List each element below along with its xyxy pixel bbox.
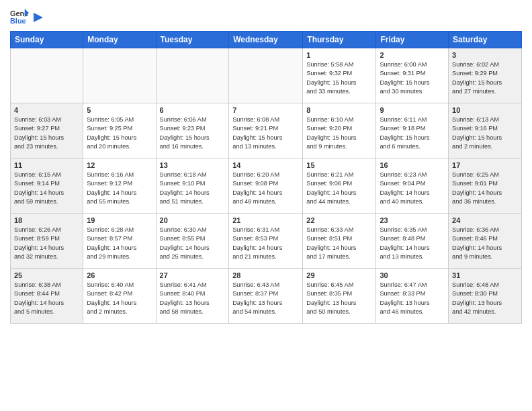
calendar-cell: 19Sunrise: 6:28 AM Sunset: 8:57 PM Dayli…	[83, 214, 156, 269]
day-info: Sunrise: 6:35 AM Sunset: 8:48 PM Dayligh…	[380, 226, 445, 261]
calendar-cell	[229, 48, 303, 103]
day-number: 13	[160, 161, 226, 169]
calendar-cell	[11, 48, 83, 103]
day-number: 16	[380, 161, 445, 169]
day-number: 12	[87, 161, 152, 169]
day-info: Sunrise: 6:11 AM Sunset: 9:18 PM Dayligh…	[380, 116, 445, 151]
day-info: Sunrise: 5:58 AM Sunset: 9:32 PM Dayligh…	[306, 60, 372, 96]
day-info: Sunrise: 6:02 AM Sunset: 9:29 PM Dayligh…	[452, 60, 518, 96]
day-number: 29	[306, 271, 372, 279]
calendar-cell: 10Sunrise: 6:13 AM Sunset: 9:16 PM Dayli…	[449, 103, 522, 158]
calendar-week-1: 1Sunrise: 5:58 AM Sunset: 9:32 PM Daylig…	[11, 48, 522, 103]
calendar-cell: 2Sunrise: 6:00 AM Sunset: 9:31 PM Daylig…	[376, 48, 449, 103]
logo: General Blue	[10, 7, 44, 26]
calendar-week-2: 4Sunrise: 6:03 AM Sunset: 9:27 PM Daylig…	[11, 103, 522, 158]
day-number: 3	[452, 51, 518, 59]
page: General Blue SundayMondayTuesdayWed	[0, 0, 532, 411]
day-info: Sunrise: 6:00 AM Sunset: 9:31 PM Dayligh…	[380, 60, 445, 96]
calendar-cell: 9Sunrise: 6:11 AM Sunset: 9:18 PM Daylig…	[376, 103, 449, 158]
day-info: Sunrise: 6:43 AM Sunset: 8:37 PM Dayligh…	[232, 281, 299, 316]
calendar-week-5: 25Sunrise: 6:38 AM Sunset: 8:44 PM Dayli…	[11, 269, 522, 324]
calendar-cell: 21Sunrise: 6:31 AM Sunset: 8:53 PM Dayli…	[229, 214, 303, 269]
day-number: 10	[452, 106, 518, 114]
day-number: 19	[87, 216, 152, 224]
svg-text:Blue: Blue	[10, 17, 26, 25]
calendar-cell: 12Sunrise: 6:16 AM Sunset: 9:12 PM Dayli…	[83, 158, 156, 214]
day-info: Sunrise: 6:20 AM Sunset: 9:08 PM Dayligh…	[232, 171, 299, 206]
day-number: 11	[14, 161, 79, 169]
day-info: Sunrise: 6:21 AM Sunset: 9:06 PM Dayligh…	[306, 171, 372, 206]
header: General Blue	[10, 7, 522, 26]
day-info: Sunrise: 6:38 AM Sunset: 8:44 PM Dayligh…	[14, 281, 79, 316]
logo-triangle-icon	[31, 11, 43, 24]
day-number: 6	[160, 106, 226, 114]
day-number: 15	[306, 161, 372, 169]
day-info: Sunrise: 6:45 AM Sunset: 8:35 PM Dayligh…	[306, 281, 372, 316]
day-number: 30	[380, 271, 445, 279]
calendar-cell: 30Sunrise: 6:47 AM Sunset: 8:33 PM Dayli…	[376, 269, 449, 324]
day-info: Sunrise: 6:05 AM Sunset: 9:25 PM Dayligh…	[87, 116, 152, 151]
calendar-header-thursday: Thursday	[303, 32, 376, 48]
day-info: Sunrise: 6:41 AM Sunset: 8:40 PM Dayligh…	[160, 281, 226, 316]
day-info: Sunrise: 6:33 AM Sunset: 8:51 PM Dayligh…	[306, 226, 372, 261]
day-info: Sunrise: 6:25 AM Sunset: 9:01 PM Dayligh…	[452, 171, 518, 206]
day-info: Sunrise: 6:13 AM Sunset: 9:16 PM Dayligh…	[452, 116, 518, 151]
calendar-header-friday: Friday	[376, 32, 449, 48]
calendar-cell: 26Sunrise: 6:40 AM Sunset: 8:42 PM Dayli…	[83, 269, 156, 324]
day-number: 28	[232, 271, 299, 279]
calendar-cell: 11Sunrise: 6:15 AM Sunset: 9:14 PM Dayli…	[11, 158, 83, 214]
day-info: Sunrise: 6:28 AM Sunset: 8:57 PM Dayligh…	[87, 226, 152, 261]
day-info: Sunrise: 6:10 AM Sunset: 9:20 PM Dayligh…	[306, 116, 372, 151]
calendar-cell: 31Sunrise: 6:48 AM Sunset: 8:30 PM Dayli…	[449, 269, 522, 324]
day-number: 22	[306, 216, 372, 224]
calendar-cell: 15Sunrise: 6:21 AM Sunset: 9:06 PM Dayli…	[303, 158, 376, 214]
calendar-header-sunday: Sunday	[11, 32, 83, 48]
day-number: 17	[452, 161, 518, 169]
day-number: 21	[232, 216, 299, 224]
calendar-cell	[156, 48, 229, 103]
calendar-cell: 28Sunrise: 6:43 AM Sunset: 8:37 PM Dayli…	[229, 269, 303, 324]
day-number: 25	[14, 271, 79, 279]
day-info: Sunrise: 6:08 AM Sunset: 9:21 PM Dayligh…	[232, 116, 299, 151]
day-info: Sunrise: 6:26 AM Sunset: 8:59 PM Dayligh…	[14, 226, 79, 261]
day-number: 4	[14, 106, 79, 114]
calendar-header-monday: Monday	[83, 32, 156, 48]
calendar-cell: 29Sunrise: 6:45 AM Sunset: 8:35 PM Dayli…	[303, 269, 376, 324]
calendar-cell: 22Sunrise: 6:33 AM Sunset: 8:51 PM Dayli…	[303, 214, 376, 269]
calendar-header-row: SundayMondayTuesdayWednesdayThursdayFrid…	[11, 32, 522, 48]
calendar-cell: 4Sunrise: 6:03 AM Sunset: 9:27 PM Daylig…	[11, 103, 83, 158]
day-info: Sunrise: 6:36 AM Sunset: 8:46 PM Dayligh…	[452, 226, 518, 261]
calendar-cell: 1Sunrise: 5:58 AM Sunset: 9:32 PM Daylig…	[303, 48, 376, 103]
calendar-cell: 13Sunrise: 6:18 AM Sunset: 9:10 PM Dayli…	[156, 158, 229, 214]
day-info: Sunrise: 6:03 AM Sunset: 9:27 PM Dayligh…	[14, 116, 79, 151]
day-number: 14	[232, 161, 299, 169]
calendar-header-wednesday: Wednesday	[229, 32, 303, 48]
day-info: Sunrise: 6:16 AM Sunset: 9:12 PM Dayligh…	[87, 171, 152, 206]
calendar-cell: 25Sunrise: 6:38 AM Sunset: 8:44 PM Dayli…	[11, 269, 83, 324]
day-info: Sunrise: 6:30 AM Sunset: 8:55 PM Dayligh…	[160, 226, 226, 261]
calendar-cell: 23Sunrise: 6:35 AM Sunset: 8:48 PM Dayli…	[376, 214, 449, 269]
day-info: Sunrise: 6:15 AM Sunset: 9:14 PM Dayligh…	[14, 171, 79, 206]
calendar-cell: 20Sunrise: 6:30 AM Sunset: 8:55 PM Dayli…	[156, 214, 229, 269]
calendar-cell: 27Sunrise: 6:41 AM Sunset: 8:40 PM Dayli…	[156, 269, 229, 324]
day-number: 24	[452, 216, 518, 224]
day-number: 31	[452, 271, 518, 279]
day-number: 5	[87, 106, 152, 114]
calendar-cell: 5Sunrise: 6:05 AM Sunset: 9:25 PM Daylig…	[83, 103, 156, 158]
calendar-cell: 14Sunrise: 6:20 AM Sunset: 9:08 PM Dayli…	[229, 158, 303, 214]
day-number: 23	[380, 216, 445, 224]
calendar-cell: 18Sunrise: 6:26 AM Sunset: 8:59 PM Dayli…	[11, 214, 83, 269]
svg-marker-3	[34, 13, 43, 22]
day-number: 7	[232, 106, 299, 114]
day-info: Sunrise: 6:23 AM Sunset: 9:04 PM Dayligh…	[380, 171, 445, 206]
calendar-cell: 17Sunrise: 6:25 AM Sunset: 9:01 PM Dayli…	[449, 158, 522, 214]
calendar-table: SundayMondayTuesdayWednesdayThursdayFrid…	[10, 31, 522, 324]
calendar-cell: 7Sunrise: 6:08 AM Sunset: 9:21 PM Daylig…	[229, 103, 303, 158]
day-number: 18	[14, 216, 79, 224]
day-info: Sunrise: 6:31 AM Sunset: 8:53 PM Dayligh…	[232, 226, 299, 261]
day-number: 9	[380, 106, 445, 114]
day-info: Sunrise: 6:40 AM Sunset: 8:42 PM Dayligh…	[87, 281, 152, 316]
day-info: Sunrise: 6:48 AM Sunset: 8:30 PM Dayligh…	[452, 281, 518, 316]
calendar-week-3: 11Sunrise: 6:15 AM Sunset: 9:14 PM Dayli…	[11, 158, 522, 214]
calendar-cell: 3Sunrise: 6:02 AM Sunset: 9:29 PM Daylig…	[449, 48, 522, 103]
